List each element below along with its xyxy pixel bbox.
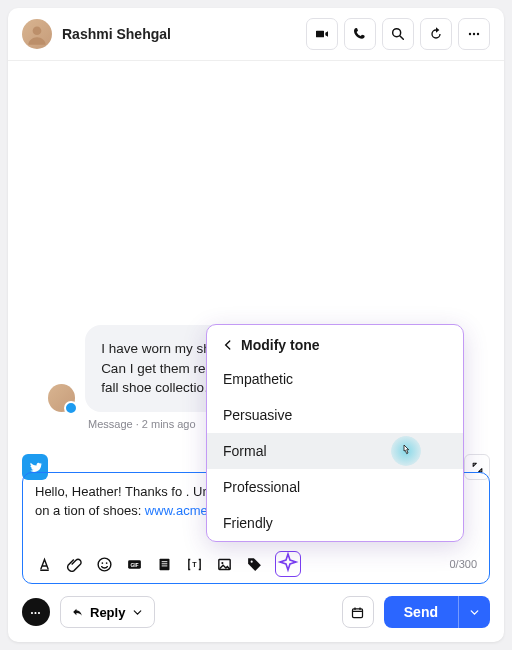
modify-tone-popover: Modify tone Empathetic Persuasive Formal… bbox=[206, 324, 464, 542]
svg-line-2 bbox=[400, 36, 403, 39]
svg-text:GIF: GIF bbox=[130, 562, 138, 567]
svg-point-0 bbox=[33, 26, 42, 35]
verified-badge-icon bbox=[64, 401, 78, 415]
dots-icon bbox=[466, 26, 482, 42]
emoji-button[interactable] bbox=[95, 555, 113, 573]
bracket-text-icon: T bbox=[186, 556, 203, 573]
phone-icon bbox=[352, 26, 368, 42]
calendar-icon bbox=[350, 605, 365, 620]
popover-title: Modify tone bbox=[241, 337, 320, 353]
schedule-button[interactable] bbox=[342, 596, 374, 628]
snippet-button[interactable]: T bbox=[185, 555, 203, 573]
refresh-icon bbox=[428, 26, 444, 42]
article-button[interactable] bbox=[155, 555, 173, 573]
ai-assist-button[interactable] bbox=[275, 551, 301, 577]
from-avatar[interactable]: ••• bbox=[22, 598, 50, 626]
text-format-button[interactable] bbox=[35, 555, 53, 573]
refresh-button[interactable] bbox=[420, 18, 452, 50]
message-meta: Message · 2 mins ago bbox=[88, 418, 196, 430]
gif-button[interactable]: GIF bbox=[125, 555, 143, 573]
text-format-icon bbox=[36, 556, 53, 573]
tone-option-formal[interactable]: Formal bbox=[207, 433, 463, 469]
svg-point-8 bbox=[101, 562, 103, 564]
contact-name: Rashmi Shehgal bbox=[62, 26, 171, 42]
emoji-icon bbox=[96, 556, 113, 573]
search-button[interactable] bbox=[382, 18, 414, 50]
chevron-down-icon bbox=[131, 606, 144, 619]
svg-point-4 bbox=[473, 33, 475, 35]
cursor-indicator bbox=[391, 436, 421, 466]
svg-point-19 bbox=[250, 560, 252, 562]
chevron-down-icon bbox=[468, 606, 481, 619]
attach-button[interactable] bbox=[65, 555, 83, 573]
header-actions bbox=[306, 18, 490, 50]
paperclip-icon bbox=[66, 556, 83, 573]
header: Rashmi Shehgal bbox=[8, 8, 504, 61]
svg-point-3 bbox=[469, 33, 471, 35]
reply-label: Reply bbox=[90, 605, 125, 620]
image-button[interactable] bbox=[215, 555, 233, 573]
svg-point-5 bbox=[477, 33, 479, 35]
sender-avatar[interactable] bbox=[48, 384, 75, 412]
send-more-button[interactable] bbox=[458, 596, 490, 628]
svg-rect-20 bbox=[353, 608, 363, 617]
svg-text:T: T bbox=[192, 561, 197, 569]
pointer-icon bbox=[398, 443, 414, 459]
sparkle-icon bbox=[276, 552, 300, 576]
send-button[interactable]: Send bbox=[384, 596, 458, 628]
tag-icon bbox=[246, 556, 263, 573]
tone-option-label: Formal bbox=[223, 443, 267, 459]
contact-avatar[interactable] bbox=[22, 19, 52, 49]
gif-icon: GIF bbox=[126, 556, 143, 573]
svg-rect-12 bbox=[159, 558, 169, 569]
image-icon bbox=[216, 556, 233, 573]
reply-icon bbox=[71, 606, 84, 619]
char-counter: 0/300 bbox=[449, 558, 477, 570]
app-card: Rashmi Shehgal I have worn my shoes out … bbox=[8, 8, 504, 642]
tag-button[interactable] bbox=[245, 555, 263, 573]
svg-point-7 bbox=[98, 558, 111, 571]
svg-point-18 bbox=[221, 562, 223, 564]
chevron-left-icon bbox=[221, 338, 235, 352]
video-icon bbox=[314, 26, 330, 42]
tone-option-professional[interactable]: Professional bbox=[207, 469, 463, 505]
footer: ••• Reply Send bbox=[8, 596, 504, 642]
more-button[interactable] bbox=[458, 18, 490, 50]
svg-point-1 bbox=[393, 29, 401, 37]
tone-option-empathetic[interactable]: Empathetic bbox=[207, 361, 463, 397]
video-call-button[interactable] bbox=[306, 18, 338, 50]
tone-option-persuasive[interactable]: Persuasive bbox=[207, 397, 463, 433]
reply-type-button[interactable]: Reply bbox=[60, 596, 155, 628]
send-group: Send bbox=[384, 596, 490, 628]
popover-header[interactable]: Modify tone bbox=[207, 325, 463, 361]
search-icon bbox=[390, 26, 406, 42]
article-icon bbox=[156, 556, 173, 573]
svg-point-9 bbox=[105, 562, 107, 564]
call-button[interactable] bbox=[344, 18, 376, 50]
composer-toolbar: GIF T 0/300 bbox=[35, 551, 477, 577]
tone-option-friendly[interactable]: Friendly bbox=[207, 505, 463, 541]
person-icon bbox=[24, 21, 50, 47]
